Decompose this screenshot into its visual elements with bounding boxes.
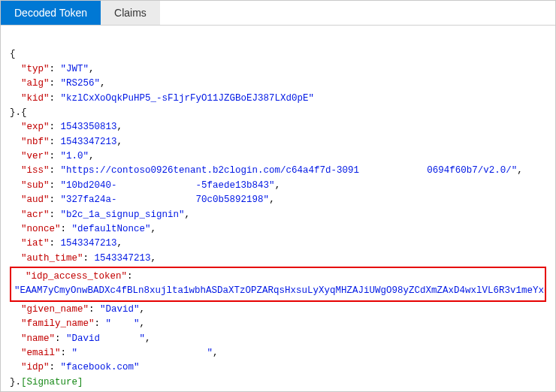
decoded-token-code: { "typ": "JWT", "alg": "RS256", "kid": "… bbox=[1, 26, 555, 392]
signature-placeholder: [Signature] bbox=[21, 377, 83, 387]
tab-claims[interactable]: Claims bbox=[101, 1, 160, 25]
tab-decoded-token[interactable]: Decoded Token bbox=[1, 1, 101, 25]
tabs-bar: Decoded Token Claims bbox=[1, 1, 555, 26]
idp-access-token-highlight: "idp_access_token": "EAAM7yCmyOnwBADXc4f… bbox=[10, 267, 546, 302]
